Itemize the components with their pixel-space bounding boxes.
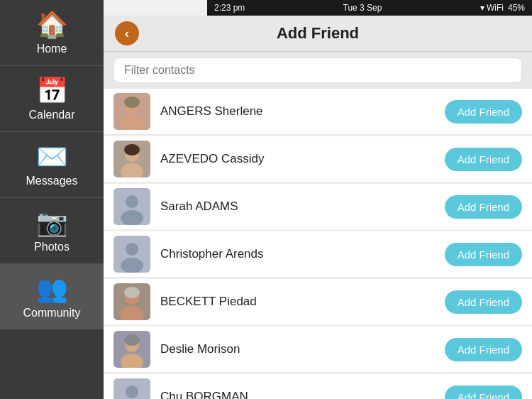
contact-name: AZEVEDO Cassidy bbox=[160, 152, 445, 166]
messages-icon: ✉️ bbox=[36, 142, 68, 172]
contact-row: Sarah ADAMSAdd Friend bbox=[104, 184, 532, 230]
add-friend-button[interactable]: Add Friend bbox=[445, 338, 522, 361]
status-time: 2:23 pm bbox=[214, 3, 245, 13]
sidebar-label-messages: Messages bbox=[26, 175, 78, 187]
sidebar: 🏠 Home 📅 Calendar ✉️ Messages 📷 Photos 👥… bbox=[0, 0, 104, 399]
contact-avatar bbox=[113, 188, 150, 225]
community-icon: 👥 bbox=[36, 274, 68, 304]
svg-point-23 bbox=[126, 386, 138, 398]
contact-avatar bbox=[113, 283, 150, 320]
contact-name: Christopher Arends bbox=[160, 247, 445, 261]
contact-name: Sarah ADAMS bbox=[160, 200, 445, 214]
svg-point-9 bbox=[126, 195, 138, 208]
contact-row: Christopher ArendsAdd Friend bbox=[104, 231, 532, 278]
contact-name: ANGERS Sherlene bbox=[160, 104, 445, 119]
sidebar-item-calendar[interactable]: 📅 Calendar bbox=[0, 66, 104, 132]
sidebar-item-home[interactable]: 🏠 Home bbox=[0, 0, 104, 66]
status-right: ▾ WiFi 45% bbox=[480, 3, 525, 13]
search-bar bbox=[104, 52, 532, 89]
svg-point-13 bbox=[121, 258, 143, 273]
photos-icon: 📷 bbox=[36, 208, 68, 238]
svg-point-3 bbox=[124, 97, 140, 108]
status-bar: 2:23 pm Tue 3 Sep ▾ WiFi 45% bbox=[207, 0, 532, 16]
calendar-icon: 📅 bbox=[36, 76, 68, 106]
back-button[interactable]: ‹ bbox=[115, 21, 139, 45]
add-friend-button[interactable]: Add Friend bbox=[445, 148, 522, 171]
contact-avatar bbox=[113, 236, 150, 273]
add-friend-button[interactable]: Add Friend bbox=[445, 386, 522, 400]
contact-avatar bbox=[113, 331, 150, 368]
contacts-list: ANGERS SherleneAdd Friend AZEVEDO Cassid… bbox=[104, 89, 532, 399]
contact-name: Deslie Morison bbox=[160, 342, 445, 356]
contact-avatar bbox=[113, 141, 150, 177]
wifi-icon: ▾ WiFi bbox=[480, 3, 504, 13]
contact-avatar bbox=[113, 378, 150, 399]
svg-point-21 bbox=[124, 334, 140, 346]
contact-row: Chu BORGMANAdd Friend bbox=[104, 374, 532, 399]
svg-point-7 bbox=[124, 144, 140, 155]
search-input[interactable] bbox=[113, 58, 522, 83]
main-inner: ‹ Add Friend ANGERS SherleneAdd Friend A… bbox=[104, 16, 532, 399]
page-header: ‹ Add Friend bbox=[104, 16, 532, 52]
sidebar-item-community[interactable]: 👥 Community bbox=[0, 264, 104, 329]
contact-row: Deslie MorisonAdd Friend bbox=[104, 327, 532, 373]
svg-point-17 bbox=[124, 287, 140, 298]
sidebar-item-photos[interactable]: 📷 Photos bbox=[0, 198, 104, 264]
svg-point-10 bbox=[121, 210, 143, 225]
sidebar-label-community: Community bbox=[23, 307, 81, 319]
contact-row: AZEVEDO CassidyAdd Friend bbox=[104, 136, 532, 182]
status-date: Tue 3 Sep bbox=[343, 3, 382, 13]
sidebar-item-messages[interactable]: ✉️ Messages bbox=[0, 132, 104, 198]
page-title: Add Friend bbox=[139, 24, 497, 43]
sidebar-label-photos: Photos bbox=[34, 241, 70, 253]
sidebar-label-calendar: Calendar bbox=[29, 109, 75, 121]
add-friend-button[interactable]: Add Friend bbox=[445, 290, 522, 314]
battery-indicator: 45% bbox=[508, 3, 525, 13]
add-friend-button[interactable]: Add Friend bbox=[445, 243, 522, 266]
contact-row: BECKETT PiedadAdd Friend bbox=[104, 279, 532, 325]
add-friend-button[interactable]: Add Friend bbox=[445, 100, 522, 124]
contact-avatar bbox=[113, 93, 150, 130]
main-content: 2:23 pm Tue 3 Sep ▾ WiFi 45% ‹ Add Frien… bbox=[104, 0, 532, 399]
contact-name: BECKETT Piedad bbox=[160, 295, 445, 309]
contact-name: Chu BORGMAN bbox=[160, 390, 445, 399]
add-friend-button[interactable]: Add Friend bbox=[445, 195, 522, 219]
svg-point-12 bbox=[126, 243, 138, 256]
sidebar-label-home: Home bbox=[37, 43, 67, 55]
contact-row: ANGERS SherleneAdd Friend bbox=[104, 89, 532, 135]
home-icon: 🏠 bbox=[36, 10, 68, 40]
